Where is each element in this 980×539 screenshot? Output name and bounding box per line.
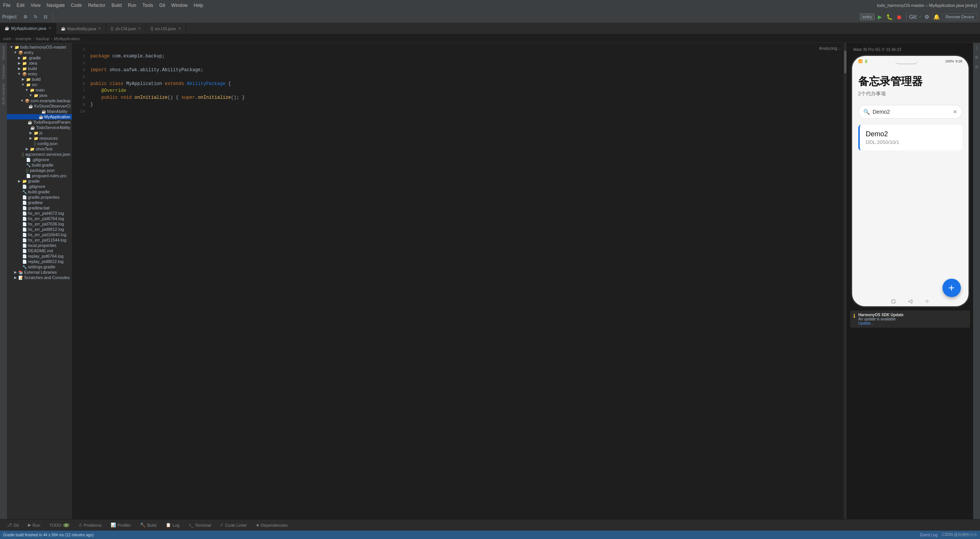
tab-close-1[interactable]: ✕ [48,26,51,30]
git-btn[interactable]: Git: [909,13,918,21]
code-text[interactable]: package com.example.backup; import ohos.… [87,43,844,519]
phone-back-btn[interactable]: ◁ [906,297,914,305]
event-log-link[interactable]: Event Log [920,533,938,537]
entry-selector[interactable]: entry [860,13,874,20]
tree-readme[interactable]: 📄 README.md [7,248,72,253]
tree-gradlewbat[interactable]: 📄 gradlew.bat [7,205,72,211]
tree-myapplication[interactable]: ☕ MyApplication [7,114,72,119]
tree-mainability[interactable]: ☕ MainAbility [7,109,72,114]
menu-build[interactable]: Build [111,3,122,8]
tree-gitignore-root[interactable]: 📄 .gitignore [7,184,72,189]
tab-zhcnjson[interactable]: {} zh-CN.json ✕ [106,23,146,34]
sdk-update-link[interactable]: Update... [858,321,874,325]
breadcrumb-example[interactable]: example [15,36,31,41]
code-editor[interactable]: Analyzing... 1 2 3 4 5 6 7 8 9 10 packag… [72,43,847,519]
settings-btn-2[interactable]: ⚙ [923,13,931,21]
menu-edit[interactable]: Edit [16,3,24,8]
tree-hserr6[interactable]: 📄 hs_err_pid11544.log [7,237,72,243]
favorites-icon[interactable]: Favorites [1,63,6,80]
build-variants-icon[interactable]: Build Variants [1,82,6,106]
tree-settingsgradle[interactable]: 🔧 settings.gradle [7,264,72,270]
tree-main[interactable]: ▼ 📁 main [7,87,72,93]
tree-src[interactable]: ▼ 📁 src [7,82,72,87]
tab-enusjson[interactable]: {} en-US.json ✕ [146,23,186,34]
menu-tools[interactable]: Tools [142,3,153,8]
phone-search-bar[interactable]: 🔍 Demo2 ✕ [858,105,962,119]
tree-gradle-folder[interactable]: ▶ 📁 gradle [7,178,72,184]
tree-packagejson[interactable]: {} package.json [7,168,72,173]
breadcrumb-backup[interactable]: backup [36,36,49,41]
right-icon-2[interactable]: ⊞ [974,54,979,60]
tree-replay1[interactable]: 📄 replay_pid6764.log [7,253,72,259]
breadcrumb-myapplication[interactable]: MyApplication [54,36,80,41]
tree-resources[interactable]: ▶ 📁 resources [7,136,72,141]
tree-external-libs[interactable]: ▶ 📚 External Libraries [7,270,72,275]
btab-todo[interactable]: TODO 0 [46,521,73,529]
tree-java[interactable]: ▼ 📁 java [7,93,72,98]
tree-kvstore[interactable]: ☕ KvStoreObserverCl [7,103,72,109]
tree-package[interactable]: ▼ 📦 com.example.backup [7,98,72,103]
btab-log[interactable]: 📋 Log [162,521,183,529]
menu-navigate[interactable]: Navigate [47,3,65,8]
tree-idea[interactable]: ▶ 📁 .idea [7,60,72,66]
breadcrumb-com[interactable]: com [3,36,11,41]
tree-hserr2[interactable]: 📄 hs_err_pid6764.log [7,216,72,221]
tree-configjson[interactable]: {} config.json [7,141,72,146]
btab-codelinter[interactable]: ✓ Code Linter [216,521,251,529]
toolbar-settings-btn[interactable]: ⚙ [21,13,30,21]
debug-button[interactable]: 🐛 [885,13,894,21]
phone-search-clear-btn[interactable]: ✕ [953,109,957,115]
menu-code[interactable]: Code [71,3,82,8]
tree-gradlew[interactable]: 📄 gradlew [7,200,72,205]
btab-dependencies[interactable]: ◈ Dependencies [252,521,291,529]
run-button[interactable]: ▶ [876,13,884,21]
btab-build[interactable]: 🔨 Build [136,521,160,529]
menu-file[interactable]: File [3,3,10,8]
menu-refactor[interactable]: Refactor [88,3,105,8]
tree-buildgradle-entry[interactable]: 🔧 build.gradle [7,162,72,168]
menu-git[interactable]: Git [159,3,165,8]
remote-device-btn[interactable]: Remote Device [942,13,978,20]
tree-ohostest[interactable]: ▶ 📁 ohosTest [7,146,72,152]
phone-circle-btn[interactable]: ○ [923,297,931,305]
tab-myapplication[interactable]: ☕ MyApplication.java ✕ [0,23,56,34]
menu-run[interactable]: Run [128,3,136,8]
toolbar-collapse-btn[interactable]: ⊟ [41,13,50,21]
btab-run[interactable]: ▶ Run [24,521,44,529]
tree-build-top[interactable]: ▶ 📁 build [7,66,72,71]
notification-btn[interactable]: 🔔 [933,13,941,21]
tree-entry[interactable]: ▼ 📦 entry [7,50,72,55]
phone-fab-button[interactable]: + [942,279,961,296]
menu-window[interactable]: Window [171,3,188,8]
tree-gradle-1[interactable]: ▶ 📁 .gradle [7,55,72,60]
tree-entry-folder[interactable]: ▼ 📦 entry [7,71,72,77]
right-icon-1[interactable]: ⟩ [975,44,978,51]
tree-hserr5[interactable]: 📄 hs_err_pid10640.log [7,232,72,237]
menu-help[interactable]: Help [194,3,203,8]
tree-hserr3[interactable]: 📄 hs_err_pid7036.log [7,221,72,227]
structure-icon[interactable]: Structure [1,44,6,62]
editor-scrollbar[interactable] [844,43,847,519]
toolbar-sync-btn[interactable]: ↻ [31,13,40,21]
tab-close-4[interactable]: ✕ [178,26,181,31]
right-icon-3[interactable]: ⚙ [974,64,980,70]
tree-hserr1[interactable]: 📄 hs_err_pid4072.log [7,211,72,216]
menu-view[interactable]: View [31,3,41,8]
tree-root[interactable]: ▼ 📁 todo.harmonyOS-master [7,44,72,50]
tree-todorequest[interactable]: ☕ TodoRequestParam [7,119,72,125]
tree-scratches[interactable]: ▶ 📝 Scratches and Consoles [7,275,72,280]
tree-agconnect[interactable]: {} agconnect-services.json [7,152,72,157]
tree-replay2[interactable]: 📄 replay_pid8812.log [7,259,72,264]
btab-problems[interactable]: ⚠ Problems [75,521,105,529]
tree-gradleprop[interactable]: 📄 gradle.properties [7,194,72,200]
tab-mainability[interactable]: ☕ MainAbility.java ✕ [56,23,106,34]
tree-buildgradle-root[interactable]: 🔧 build.gradle [7,189,72,194]
tree-localprop[interactable]: 📄 local.properties [7,243,72,248]
phone-square-btn[interactable]: ◻ [890,297,897,305]
btab-profiler[interactable]: 📊 Profiler [107,521,135,529]
tree-proguard[interactable]: 📄 proguard-rules.pro [7,173,72,178]
tree-build-entry[interactable]: ▶ 📁 build [7,77,72,82]
tree-gitignore-1[interactable]: 📄 .gitignore [7,157,72,162]
tree-todoservice[interactable]: ☕ TodoServiceAbility [7,125,72,130]
btab-terminal[interactable]: >_ Terminal [185,521,215,529]
